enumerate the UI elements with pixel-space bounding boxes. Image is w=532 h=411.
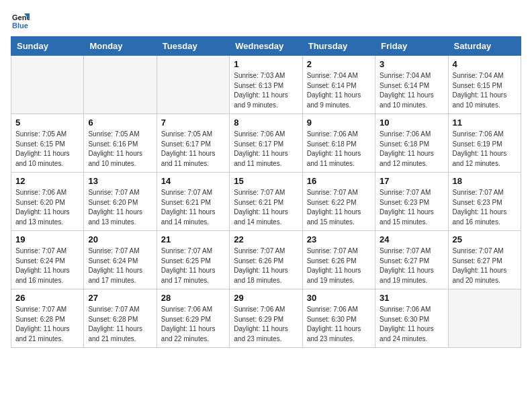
day-info: Sunrise: 7:07 AM Sunset: 6:27 PM Dayligh… (453, 246, 517, 285)
weekday-header-thursday: Thursday (302, 37, 375, 56)
calendar-cell: 7Sunrise: 7:05 AM Sunset: 6:17 PM Daylig… (157, 114, 229, 173)
day-number: 21 (161, 234, 225, 244)
day-info: Sunrise: 7:06 AM Sunset: 6:20 PM Dayligh… (15, 188, 79, 227)
day-info: Sunrise: 7:07 AM Sunset: 6:23 PM Dayligh… (380, 188, 443, 227)
logo: General Blue (11, 11, 32, 30)
day-info: Sunrise: 7:06 AM Sunset: 6:18 PM Dayligh… (380, 130, 443, 169)
calendar-cell (448, 289, 521, 348)
calendar-cell: 30Sunrise: 7:06 AM Sunset: 6:30 PM Dayli… (302, 289, 375, 348)
calendar-cell: 21Sunrise: 7:07 AM Sunset: 6:25 PM Dayli… (157, 231, 229, 289)
day-info: Sunrise: 7:04 AM Sunset: 6:14 PM Dayligh… (307, 71, 371, 110)
day-info: Sunrise: 7:04 AM Sunset: 6:15 PM Dayligh… (453, 71, 517, 110)
day-number: 17 (380, 176, 443, 186)
day-number: 4 (453, 59, 517, 69)
day-info: Sunrise: 7:04 AM Sunset: 6:14 PM Dayligh… (380, 71, 443, 110)
day-info: Sunrise: 7:07 AM Sunset: 6:26 PM Dayligh… (307, 246, 371, 285)
calendar-cell: 19Sunrise: 7:07 AM Sunset: 6:24 PM Dayli… (11, 231, 84, 289)
day-info: Sunrise: 7:07 AM Sunset: 6:28 PM Dayligh… (88, 305, 152, 344)
day-info: Sunrise: 7:07 AM Sunset: 6:20 PM Dayligh… (88, 188, 152, 227)
day-info: Sunrise: 7:07 AM Sunset: 6:23 PM Dayligh… (453, 188, 517, 227)
calendar-cell (157, 56, 229, 114)
day-number: 31 (380, 293, 443, 303)
weekday-header-monday: Monday (84, 37, 157, 56)
day-number: 28 (161, 293, 225, 303)
weekday-header-friday: Friday (375, 37, 448, 56)
calendar-cell: 17Sunrise: 7:07 AM Sunset: 6:23 PM Dayli… (375, 173, 448, 231)
calendar-cell: 9Sunrise: 7:06 AM Sunset: 6:18 PM Daylig… (302, 114, 375, 173)
day-info: Sunrise: 7:07 AM Sunset: 6:21 PM Dayligh… (234, 188, 298, 227)
calendar-cell: 11Sunrise: 7:06 AM Sunset: 6:19 PM Dayli… (448, 114, 521, 173)
calendar-cell: 23Sunrise: 7:07 AM Sunset: 6:26 PM Dayli… (302, 231, 375, 289)
calendar-week-2: 5Sunrise: 7:05 AM Sunset: 6:15 PM Daylig… (11, 114, 521, 173)
weekday-header-saturday: Saturday (448, 37, 521, 56)
day-info: Sunrise: 7:06 AM Sunset: 6:30 PM Dayligh… (307, 305, 371, 344)
day-number: 22 (234, 234, 298, 244)
calendar-cell: 5Sunrise: 7:05 AM Sunset: 6:15 PM Daylig… (11, 114, 84, 173)
day-info: Sunrise: 7:05 AM Sunset: 6:15 PM Dayligh… (15, 130, 79, 169)
calendar-cell: 8Sunrise: 7:06 AM Sunset: 6:17 PM Daylig… (230, 114, 302, 173)
calendar-cell: 25Sunrise: 7:07 AM Sunset: 6:27 PM Dayli… (448, 231, 521, 289)
calendar-cell: 24Sunrise: 7:07 AM Sunset: 6:27 PM Dayli… (375, 231, 448, 289)
day-info: Sunrise: 7:07 AM Sunset: 6:26 PM Dayligh… (234, 246, 298, 285)
day-number: 16 (307, 176, 371, 186)
day-info: Sunrise: 7:07 AM Sunset: 6:22 PM Dayligh… (307, 188, 371, 227)
calendar-week-3: 12Sunrise: 7:06 AM Sunset: 6:20 PM Dayli… (11, 173, 521, 231)
logo-icon: General Blue (11, 11, 30, 30)
calendar-cell: 3Sunrise: 7:04 AM Sunset: 6:14 PM Daylig… (375, 56, 448, 114)
day-info: Sunrise: 7:07 AM Sunset: 6:24 PM Dayligh… (15, 246, 79, 285)
calendar-cell: 6Sunrise: 7:05 AM Sunset: 6:16 PM Daylig… (84, 114, 157, 173)
calendar-week-4: 19Sunrise: 7:07 AM Sunset: 6:24 PM Dayli… (11, 231, 521, 289)
calendar-cell (84, 56, 157, 114)
day-number: 18 (453, 176, 517, 186)
day-number: 25 (453, 234, 517, 244)
day-number: 14 (161, 176, 225, 186)
calendar-cell: 18Sunrise: 7:07 AM Sunset: 6:23 PM Dayli… (448, 173, 521, 231)
day-number: 10 (380, 118, 443, 128)
day-number: 23 (307, 234, 371, 244)
page-header: General Blue (11, 11, 521, 30)
calendar-cell: 1Sunrise: 7:03 AM Sunset: 6:13 PM Daylig… (230, 56, 302, 114)
day-number: 7 (161, 118, 225, 128)
day-number: 12 (15, 176, 79, 186)
day-info: Sunrise: 7:07 AM Sunset: 6:27 PM Dayligh… (380, 246, 443, 285)
day-number: 19 (15, 234, 79, 244)
day-number: 1 (234, 59, 298, 69)
calendar-cell: 29Sunrise: 7:06 AM Sunset: 6:29 PM Dayli… (230, 289, 302, 348)
calendar-cell: 28Sunrise: 7:06 AM Sunset: 6:29 PM Dayli… (157, 289, 229, 348)
day-info: Sunrise: 7:06 AM Sunset: 6:29 PM Dayligh… (161, 305, 225, 344)
calendar-table: SundayMondayTuesdayWednesdayThursdayFrid… (11, 36, 521, 348)
day-number: 8 (234, 118, 298, 128)
day-number: 2 (307, 59, 371, 69)
day-info: Sunrise: 7:06 AM Sunset: 6:18 PM Dayligh… (307, 130, 371, 169)
day-number: 5 (15, 118, 79, 128)
day-number: 3 (380, 59, 443, 69)
weekday-header-wednesday: Wednesday (230, 37, 302, 56)
weekday-header-row: SundayMondayTuesdayWednesdayThursdayFrid… (11, 37, 521, 56)
day-number: 29 (234, 293, 298, 303)
day-number: 6 (88, 118, 152, 128)
calendar-cell (11, 56, 84, 114)
calendar-cell: 12Sunrise: 7:06 AM Sunset: 6:20 PM Dayli… (11, 173, 84, 231)
day-number: 20 (88, 234, 152, 244)
calendar-cell: 22Sunrise: 7:07 AM Sunset: 6:26 PM Dayli… (230, 231, 302, 289)
day-info: Sunrise: 7:06 AM Sunset: 6:29 PM Dayligh… (234, 305, 298, 344)
calendar-cell: 31Sunrise: 7:06 AM Sunset: 6:30 PM Dayli… (375, 289, 448, 348)
calendar-cell: 2Sunrise: 7:04 AM Sunset: 6:14 PM Daylig… (302, 56, 375, 114)
calendar-cell: 16Sunrise: 7:07 AM Sunset: 6:22 PM Dayli… (302, 173, 375, 231)
day-info: Sunrise: 7:07 AM Sunset: 6:25 PM Dayligh… (161, 246, 225, 285)
day-info: Sunrise: 7:07 AM Sunset: 6:28 PM Dayligh… (15, 305, 79, 344)
calendar-week-5: 26Sunrise: 7:07 AM Sunset: 6:28 PM Dayli… (11, 289, 521, 348)
calendar-cell: 27Sunrise: 7:07 AM Sunset: 6:28 PM Dayli… (84, 289, 157, 348)
day-number: 26 (15, 293, 79, 303)
calendar-cell: 15Sunrise: 7:07 AM Sunset: 6:21 PM Dayli… (230, 173, 302, 231)
day-number: 9 (307, 118, 371, 128)
day-number: 27 (88, 293, 152, 303)
calendar-week-1: 1Sunrise: 7:03 AM Sunset: 6:13 PM Daylig… (11, 56, 521, 114)
day-number: 30 (307, 293, 371, 303)
day-info: Sunrise: 7:05 AM Sunset: 6:16 PM Dayligh… (88, 130, 152, 169)
day-info: Sunrise: 7:07 AM Sunset: 6:21 PM Dayligh… (161, 188, 225, 227)
calendar-cell: 13Sunrise: 7:07 AM Sunset: 6:20 PM Dayli… (84, 173, 157, 231)
day-number: 11 (453, 118, 517, 128)
calendar-cell: 14Sunrise: 7:07 AM Sunset: 6:21 PM Dayli… (157, 173, 229, 231)
weekday-header-tuesday: Tuesday (157, 37, 229, 56)
